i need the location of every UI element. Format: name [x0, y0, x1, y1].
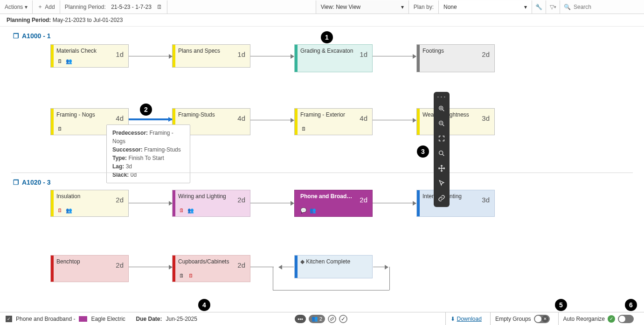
move-icon[interactable] — [436, 163, 448, 173]
node-duration: 1d — [237, 50, 245, 58]
pointer-icon[interactable] — [436, 178, 448, 188]
node-duration: 3d — [482, 114, 490, 122]
svg-point-7 — [439, 151, 443, 155]
link-arrow[interactable] — [373, 56, 416, 56]
node-duration: 2d — [116, 261, 124, 269]
node-duration: 3d — [482, 196, 490, 204]
pp-label: Planning Period: — [65, 4, 106, 10]
group-icon: ❐ — [13, 179, 19, 186]
add-label: Add — [45, 4, 55, 10]
node-wiring[interactable]: Wiring and Lighting 2d 🗓👥 — [172, 190, 250, 217]
node-title: Materials Check — [56, 48, 110, 54]
approve-badge[interactable]: ✓ — [339, 315, 347, 323]
node-benchtop[interactable]: Benchtop 2d — [50, 255, 129, 282]
node-framing-ext[interactable]: Framing - Exterior 4d 🗓 — [294, 108, 373, 135]
node-duration: 4d — [116, 114, 124, 122]
link-arrow[interactable] — [250, 203, 294, 203]
node-materials-check[interactable]: Materials Check 1d 🗓👥 — [50, 44, 129, 68]
people-icon: 👥 — [187, 207, 194, 214]
download-icon: ⬇ — [450, 316, 455, 322]
zoom-in-icon[interactable] — [436, 104, 448, 114]
link-arrow[interactable] — [250, 120, 294, 120]
view-label: View: — [321, 4, 334, 10]
node-duration: 2d — [116, 196, 124, 204]
search-box[interactable]: 🔍 — [560, 0, 644, 14]
link-badge[interactable] — [328, 315, 336, 323]
due-value: Jun-25-2025 — [166, 316, 197, 322]
empty-groups-toggle[interactable]: Empty Groups ✕ — [490, 312, 554, 325]
zoom-out-icon[interactable] — [436, 118, 448, 129]
top-toolbar: Actions ▾ ＋ Add Planning Period: 21-5-23… — [0, 0, 644, 14]
toggle-switch[interactable] — [618, 315, 634, 323]
node-weather[interactable]: Weather Tightness 3d — [416, 108, 495, 135]
flow-canvas[interactable]: ❐ A1000 - 1 Materials Check 1d 🗓👥 Plans … — [0, 27, 644, 311]
group-header-a1000[interactable]: ❐ A1000 - 1 — [7, 29, 57, 42]
link-arrow[interactable] — [129, 56, 172, 56]
group-header-a1020[interactable]: ❐ A1020 - 3 — [7, 176, 57, 189]
node-title: Framing - Nogs — [56, 111, 110, 118]
callout-6: 6 — [625, 299, 637, 311]
group-icon: ❐ — [13, 32, 19, 40]
contractor-swatch — [79, 316, 87, 322]
callout-5: 5 — [555, 299, 567, 311]
link-icon[interactable] — [436, 193, 448, 203]
node-title: Framing-Studs — [178, 111, 231, 118]
callout-3: 3 — [417, 145, 429, 158]
node-phone-broadband[interactable]: Phone and Broadba... 2d 💬👥 — [294, 190, 373, 217]
toggle-switch[interactable]: ✕ — [534, 315, 550, 323]
download-button[interactable]: ⬇ Download — [445, 312, 486, 325]
node-title: Plans and Specs — [178, 48, 231, 54]
link-arrow[interactable] — [129, 267, 172, 267]
node-duration: 2d — [237, 261, 245, 269]
calendar-icon: 🗓 — [178, 272, 185, 279]
node-cupboards[interactable]: Cupboards/Cabinets 2d 🗓🗓 — [172, 255, 250, 282]
drag-handle-icon[interactable]: • • • — [437, 95, 446, 99]
resources-badge[interactable]: 👥 2 — [309, 315, 325, 323]
auto-reorganize-toggle[interactable]: Auto Reorganize ✓ — [558, 312, 638, 325]
search-input[interactable] — [574, 4, 639, 10]
node-title: Phone and Broadba... — [300, 193, 353, 200]
node-insulation[interactable]: Insulation 2d 🗓👥 — [50, 190, 129, 217]
fit-screen-icon[interactable] — [436, 133, 448, 144]
due-label: Due Date: — [136, 316, 162, 322]
link-arrow[interactable] — [373, 267, 388, 267]
node-kitchen-complete[interactable]: ◆ Kitchen Complete — [294, 255, 373, 278]
people-icon: 👥 — [66, 58, 72, 64]
link-arrow[interactable] — [373, 120, 416, 120]
download-label: Download — [457, 316, 482, 322]
planning-period-picker[interactable]: Planning Period: 21-5-23 - 1-7-23 🗓 — [60, 0, 167, 14]
add-button[interactable]: ＋ Add — [33, 0, 60, 14]
view-selector[interactable]: View: New View ▾ — [316, 0, 409, 14]
calendar-icon: 🗓 — [300, 125, 307, 132]
link-arrow[interactable] — [279, 267, 294, 267]
calendar-icon: 🗓 — [157, 4, 162, 10]
search-icon: 🔍 — [564, 4, 571, 10]
caret-down-icon: ▾ — [524, 4, 527, 10]
actions-menu[interactable]: Actions ▾ — [0, 0, 33, 14]
link-arrow-active[interactable] — [129, 118, 172, 120]
callout-1: 1 — [321, 31, 333, 43]
node-grading[interactable]: Grading & Excavaton 1d — [294, 44, 373, 72]
search-icon[interactable] — [436, 148, 448, 159]
wrench-icon[interactable]: 🔧 — [532, 0, 546, 14]
filter-icon[interactable]: ▽▾ — [546, 0, 560, 14]
node-title: Framing - Exterior — [300, 111, 353, 118]
node-duration: 2d — [360, 196, 367, 204]
node-duration: 1d — [116, 50, 124, 58]
caret-down-icon: ▾ — [25, 4, 28, 10]
canvas-toolstrip[interactable]: • • • — [434, 92, 450, 207]
link-arrow[interactable] — [250, 56, 294, 56]
svg-line-5 — [443, 124, 444, 126]
node-interior-paint[interactable]: Interior Painting 3d — [416, 190, 495, 217]
node-plans-specs[interactable]: Plans and Specs 1d — [172, 44, 250, 68]
node-footings[interactable]: Footings 2d — [416, 44, 495, 72]
milestone-icon: ◆ — [300, 258, 305, 265]
pp-value: 21-5-23 - 1-7-23 — [111, 4, 152, 10]
checkbox-icon[interactable]: ✓ — [6, 316, 12, 322]
caret-down-icon: ▾ — [401, 4, 404, 10]
comments-badge[interactable]: ••• — [295, 315, 306, 323]
node-duration: 1d — [360, 50, 367, 58]
link-arrow[interactable] — [129, 203, 172, 203]
link-arrow[interactable] — [373, 203, 416, 203]
planby-selector[interactable]: None ▾ — [439, 0, 532, 14]
